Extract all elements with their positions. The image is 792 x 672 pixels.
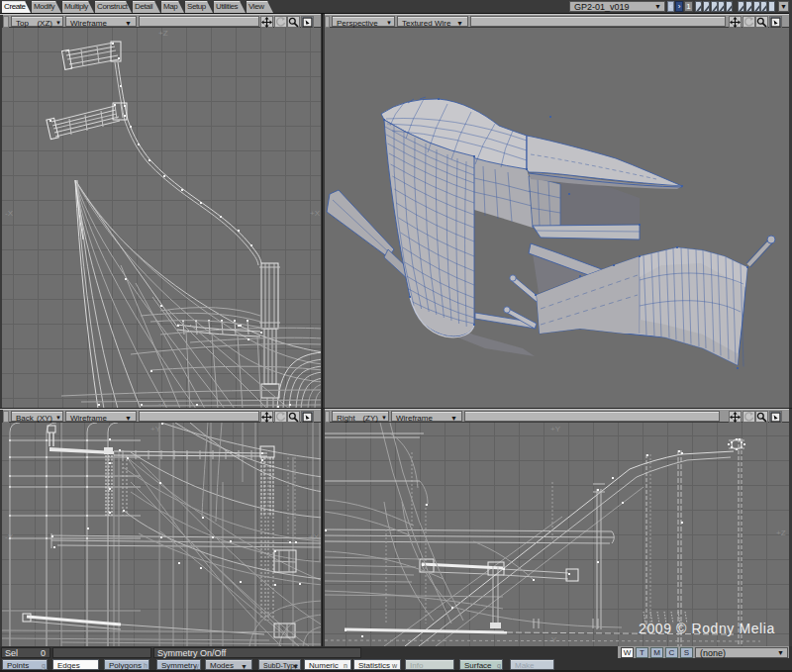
svg-text:+Y: +Y — [550, 425, 561, 433]
svg-text:+X: +X — [310, 209, 321, 218]
svg-text:+Z: +Z — [776, 528, 786, 537]
svg-text:+Z: +Z — [158, 29, 168, 38]
svg-text:-Y: -Y — [548, 635, 557, 644]
svg-text:-X: -X — [5, 209, 14, 218]
svg-text:-X: -X — [5, 532, 14, 541]
